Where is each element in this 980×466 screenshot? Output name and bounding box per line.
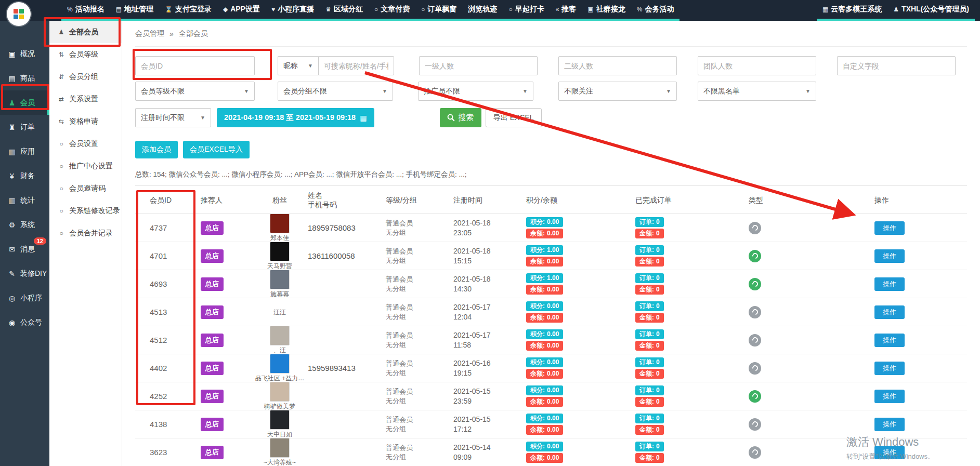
sidebar-item[interactable]: ¥ 财务 xyxy=(0,164,49,188)
avatar xyxy=(270,270,290,289)
sidebar-item[interactable]: ♜ 订单 xyxy=(0,115,49,139)
date-range-button[interactable]: 2021-04-19 09:18 至 2021-05-19 09:18 ▦ xyxy=(217,108,374,127)
table-header-cell: 会员ID xyxy=(135,195,193,205)
team-count-input[interactable] xyxy=(698,56,816,75)
top-nav-item[interactable]: ♥ 小程序直播 xyxy=(266,0,320,21)
row-action-button[interactable]: 操作 xyxy=(874,249,905,263)
row-action-button[interactable]: 操作 xyxy=(874,390,905,403)
excel-import-button[interactable]: 会员EXCEL导入 xyxy=(183,141,250,158)
sidebar-item[interactable]: ♟ 会员 xyxy=(0,90,49,115)
nav-item-icon: ♟ xyxy=(893,6,899,13)
sidebar-item-icon: ♟ xyxy=(8,99,16,107)
member-level: 普通会员 xyxy=(386,443,413,452)
top-nav-right-item[interactable]: ▦ 云客多模王系统 xyxy=(817,0,887,21)
filter-row-1: 昵称 ▼ xyxy=(135,56,967,75)
sidebar-item-icon: ✉ xyxy=(8,245,16,254)
row-action-button[interactable]: 操作 xyxy=(874,221,905,235)
top-nav-item[interactable]: ○ 订单飘窗 xyxy=(415,0,462,21)
promoter-select[interactable]: 推广员不限 ▼ xyxy=(418,82,533,101)
orders-badge: 订单:0 xyxy=(635,245,664,255)
reg-time-select[interactable]: 注册时间不限 ▼ xyxy=(135,108,211,127)
top-nav-right-item[interactable]: ♟ TXHL(公众号管理员) xyxy=(887,0,975,21)
top-nav-item[interactable]: ⌛ 支付宝登录 xyxy=(159,0,217,21)
register-time: 17:12 xyxy=(453,424,472,434)
submenu-item[interactable]: ○ 会员合并记录 xyxy=(49,222,122,244)
top-nav-item[interactable]: ◆ APP设置 xyxy=(217,0,266,21)
member-level-select[interactable]: 会员等级不限 ▼ xyxy=(135,82,255,101)
nav-item-label: 浏览轨迹 xyxy=(468,5,497,14)
sidebar-item[interactable]: ▦ 应用 xyxy=(0,139,49,164)
nav-item-label: 社群接龙 xyxy=(596,5,625,14)
orders-badge: 订单:0 xyxy=(635,442,664,451)
sidebar-item[interactable]: ▥ 统计 xyxy=(0,188,49,212)
sidebar-item[interactable]: ▣ 概况 xyxy=(0,42,49,66)
sidebar-item[interactable]: ◎ 小程序 xyxy=(0,286,49,310)
row-action-button[interactable]: 操作 xyxy=(874,305,905,319)
top-nav-item[interactable]: « 推客 xyxy=(550,0,582,21)
row-action-button[interactable]: 操作 xyxy=(874,418,905,431)
custom-field-input[interactable] xyxy=(837,56,956,75)
nickname-search-input[interactable] xyxy=(318,56,394,75)
add-member-button[interactable]: 添加会员 xyxy=(135,141,178,158)
export-excel-button[interactable]: 导出 EXCEL xyxy=(486,108,542,127)
points-badge: 积分:0.00 xyxy=(526,301,563,311)
submenu-item[interactable]: ○ 会员邀请码 xyxy=(49,177,122,199)
submenu-item[interactable]: ♟ 全部会员 xyxy=(49,21,122,43)
top-nav-item[interactable]: ○ 早起打卡 xyxy=(503,0,550,21)
submenu-item-label: 推广中心设置 xyxy=(69,162,113,171)
amount-badge: 金额:0 xyxy=(635,453,664,463)
nav-item-icon: % xyxy=(637,6,643,13)
header-label: 会员ID xyxy=(150,195,172,205)
phone-number: 15959893413 xyxy=(308,364,356,372)
level2-count-input[interactable] xyxy=(558,56,677,75)
orders-badge: 订单:0 xyxy=(635,329,664,339)
row-action-button[interactable]: 操作 xyxy=(874,362,905,375)
sidebar-item[interactable]: ✉ 消息 12 xyxy=(0,237,49,261)
nickname-search-combo: 昵称 ▼ xyxy=(278,56,394,75)
nickname-field-select[interactable]: 昵称 ▼ xyxy=(278,56,318,75)
submenu-item[interactable]: ⇅ 会员等级 xyxy=(49,43,122,65)
row-action-button[interactable]: 操作 xyxy=(874,334,905,347)
fan-nickname: 施幕幕 xyxy=(270,290,289,299)
referrer-badge: 总店 xyxy=(201,334,224,347)
top-nav-item[interactable]: ▤ 地址管理 xyxy=(110,0,159,21)
top-nav-item[interactable]: ♛ 区域分红 xyxy=(320,0,369,21)
row-action-button[interactable]: 操作 xyxy=(874,446,905,459)
top-nav-item[interactable]: % 会务活动 xyxy=(631,0,680,21)
top-nav-item[interactable]: 浏览轨迹 xyxy=(462,0,503,21)
member-level: 普通会员 xyxy=(386,359,413,368)
sidebar-item[interactable]: ▤ 商品 xyxy=(0,66,49,90)
sidebar-item-label: 应用 xyxy=(20,147,35,156)
top-nav-item[interactable]: ○ 文章付费 xyxy=(369,0,415,21)
member-id-input[interactable] xyxy=(135,56,255,75)
sidebar-item-icon: ⚙ xyxy=(8,221,16,229)
member-group-select[interactable]: 会员分组不限 ▼ xyxy=(278,82,393,101)
nav-item-icon: ▣ xyxy=(587,6,593,13)
top-nav-item[interactable]: ▣ 社群接龙 xyxy=(582,0,631,21)
submenu-item[interactable]: ⇵ 会员分组 xyxy=(49,65,122,88)
chevron-down-icon: ▼ xyxy=(244,88,249,94)
amount-badge: 金额:0 xyxy=(635,369,664,379)
submenu-item[interactable]: ⇆ 资格申请 xyxy=(49,110,122,132)
member-id: 3623 xyxy=(150,448,167,457)
sidebar-item[interactable]: ◉ 公众号 xyxy=(0,310,49,335)
submenu-item[interactable]: ○ 会员设置 xyxy=(49,132,122,155)
nav-item-label: 推客 xyxy=(561,5,576,14)
top-nav-item[interactable]: % 活动报名 xyxy=(61,0,110,21)
submenu-item[interactable]: ⇄ 关系设置 xyxy=(49,88,122,110)
row-action-button[interactable]: 操作 xyxy=(874,277,905,291)
blacklist-select[interactable]: 不限黑名单 ▼ xyxy=(698,82,816,101)
submenu-item[interactable]: ○ 推广中心设置 xyxy=(49,155,122,177)
level1-count-input[interactable] xyxy=(419,56,538,75)
sidebar-item[interactable]: ✎ 装修DIY xyxy=(0,261,49,286)
logo-grid-icon xyxy=(14,9,24,19)
calendar-icon: ▦ xyxy=(360,114,367,122)
follow-select[interactable]: 不限关注 ▼ xyxy=(558,82,677,101)
app-logo[interactable] xyxy=(7,2,31,26)
sidebar-item[interactable]: ⚙ 系统 xyxy=(0,212,49,237)
breadcrumb-section[interactable]: 会员管理 xyxy=(135,29,164,38)
balance-badge: 余额:0.00 xyxy=(526,453,563,463)
points-badge: 积分:1.00 xyxy=(526,273,563,283)
submenu-item[interactable]: ○ 关系链修改记录 xyxy=(49,199,122,222)
search-button[interactable]: 搜索 xyxy=(440,108,481,127)
